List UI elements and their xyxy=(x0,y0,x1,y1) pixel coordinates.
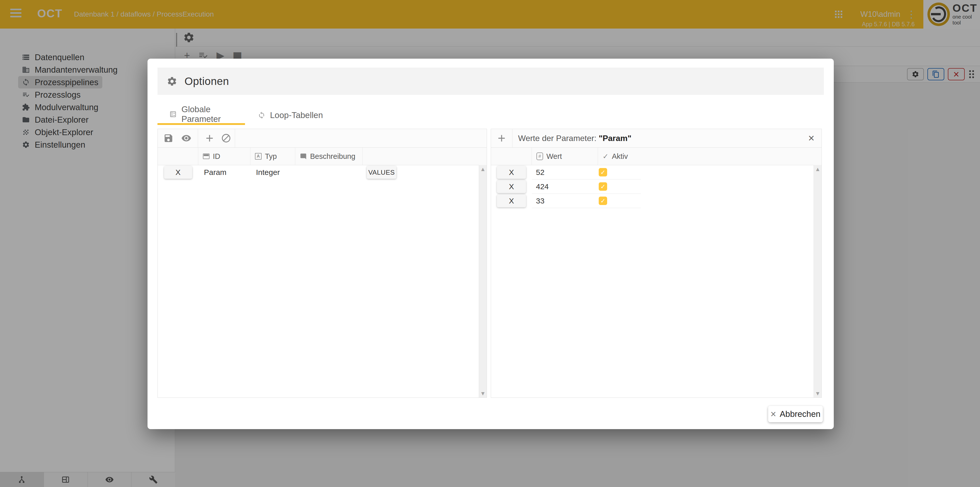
options-dialog: Optionen Globale Parameter Loop-Tabellen… xyxy=(148,59,834,429)
aktiv-checkbox[interactable]: ✓ xyxy=(599,182,607,191)
application-root: OCT Datenbank 1 / dataflows / ProcessExe… xyxy=(0,0,980,487)
add-parameter-icon[interactable]: + xyxy=(206,132,213,145)
table-row: X 424 ✓ xyxy=(491,179,821,194)
scrollbar[interactable]: ▲ ▼ xyxy=(479,165,487,398)
column-header-beschreibung[interactable]: Beschreibung xyxy=(295,148,363,165)
wert-cell[interactable]: 424 xyxy=(532,182,599,191)
values-panel-title: Werte der Parameter: "Param" xyxy=(512,133,801,143)
add-value-button[interactable]: + xyxy=(491,129,512,148)
dialog-title: Optionen xyxy=(185,75,229,87)
wert-cell[interactable]: 33 xyxy=(532,197,599,205)
number-icon xyxy=(536,152,543,160)
close-icon: × xyxy=(770,409,776,419)
text-format-icon xyxy=(255,153,262,160)
param-typ-cell[interactable]: Integer xyxy=(250,168,295,177)
card-icon xyxy=(203,154,210,159)
aktiv-checkbox[interactable]: ✓ xyxy=(599,168,607,176)
values-panel-header: + Werte der Parameter: "Param" × xyxy=(491,129,821,148)
eye-icon[interactable] xyxy=(181,133,191,143)
scroll-down-icon[interactable]: ▼ xyxy=(814,391,821,396)
values-grid: + Werte der Parameter: "Param" × Wert ✓ … xyxy=(491,129,822,398)
block-icon[interactable] xyxy=(221,133,231,143)
comment-icon xyxy=(300,153,307,160)
column-header-aktiv[interactable]: ✓ Aktiv xyxy=(598,148,821,165)
aktiv-checkbox[interactable]: ✓ xyxy=(599,197,607,205)
refresh-icon xyxy=(258,111,266,119)
column-header-id[interactable]: ID xyxy=(198,148,250,165)
table-row: X Param Integer VALUES xyxy=(158,165,487,179)
table-row: X 52 ✓ xyxy=(491,165,821,179)
delete-row-button[interactable]: X xyxy=(164,166,192,179)
parameter-grid-header: ID Typ Beschreibung xyxy=(158,148,487,165)
tab-loop-tabellen[interactable]: Loop-Tabellen xyxy=(258,105,325,125)
column-header-wert[interactable]: Wert xyxy=(532,148,598,165)
checkbox-checked-icon: ✓ xyxy=(600,184,605,190)
parameter-grid: + ID Typ Beschreibung xyxy=(158,129,487,398)
checkbox-checked-icon: ✓ xyxy=(600,169,605,175)
scroll-up-icon[interactable]: ▲ xyxy=(479,167,487,171)
cancel-button[interactable]: × Abbrechen xyxy=(768,406,823,422)
scrollbar[interactable]: ▲ ▼ xyxy=(814,165,821,398)
close-values-panel-icon[interactable]: × xyxy=(801,129,821,148)
values-button[interactable]: VALUES xyxy=(367,166,396,179)
delete-value-button[interactable]: X xyxy=(497,166,526,179)
tab-globale-parameter[interactable]: Globale Parameter xyxy=(158,105,245,125)
dialog-tabs: Globale Parameter Loop-Tabellen xyxy=(158,105,325,125)
values-grid-body: X 52 ✓ X 424 ✓ xyxy=(491,165,821,208)
table-row: X 33 ✓ xyxy=(491,194,821,208)
column-header-typ[interactable]: Typ xyxy=(250,148,295,165)
checkbox-checked-icon: ✓ xyxy=(600,198,605,204)
wert-cell[interactable]: 52 xyxy=(532,168,599,177)
gear-icon xyxy=(167,76,177,87)
parameter-grid-body: X Param Integer VALUES xyxy=(158,165,487,179)
ballot-icon xyxy=(169,110,177,118)
dialog-header: Optionen xyxy=(158,68,824,95)
scroll-down-icon[interactable]: ▼ xyxy=(479,391,487,396)
scroll-up-icon[interactable]: ▲ xyxy=(814,167,821,171)
delete-value-button[interactable]: X xyxy=(497,180,526,193)
save-icon[interactable] xyxy=(163,133,173,143)
param-id-cell[interactable]: Param xyxy=(198,168,250,177)
check-icon: ✓ xyxy=(603,152,608,161)
values-grid-header: Wert ✓ Aktiv xyxy=(491,148,821,165)
parameter-grid-toolbar: + xyxy=(158,129,487,148)
delete-value-button[interactable]: X xyxy=(497,195,526,207)
